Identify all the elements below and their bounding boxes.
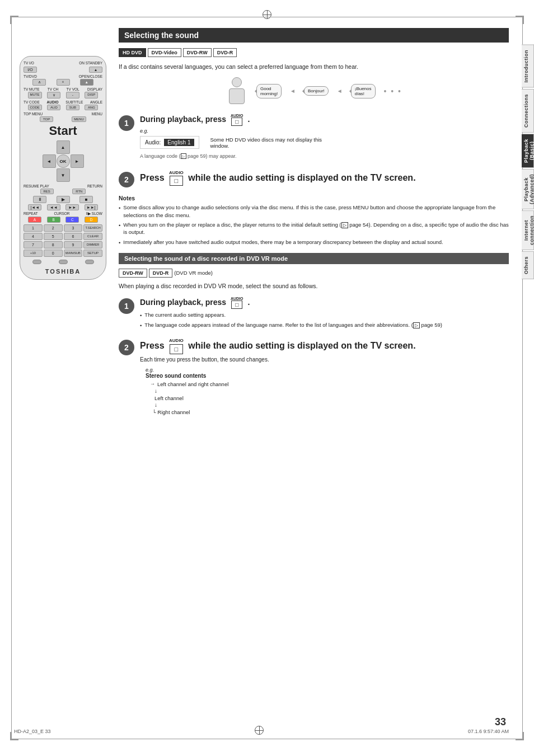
audio-label-eg: Audio: — [145, 139, 161, 145]
return-btn[interactable]: RTN — [72, 189, 86, 194]
bubble-divider: ◄ — [290, 88, 296, 94]
flow-text-2: Left channel — [154, 395, 184, 401]
c-btn[interactable]: C — [65, 217, 79, 223]
ref-arrow-1: ▷ — [181, 153, 186, 159]
display-btn[interactable]: DISP — [85, 92, 98, 98]
tv-dvd-label: TV/DVD — [24, 74, 37, 78]
pause-btn[interactable]: ⏸ — [33, 196, 46, 203]
setup-btn[interactable]: SETUP — [83, 250, 102, 257]
eg-label-1: e.g. — [140, 128, 199, 134]
note-window: Some HD DVD video discs may not display … — [210, 137, 322, 149]
footer-right: 07.1.6 9:57:40 AM — [468, 729, 509, 734]
page-footer: HD-A2_03_E 33 07.1.6 9:57:40 AM — [14, 726, 509, 736]
num-7[interactable]: 7 — [24, 241, 43, 248]
top-menu-label: TOP MENU — [24, 112, 43, 116]
s2-step1-audio-btn: AUDIO □ — [231, 297, 243, 309]
tv-power-btn[interactable]: I/O — [24, 67, 37, 73]
num-0[interactable]: 0 — [44, 250, 63, 257]
circle-btn-1[interactable] — [32, 260, 41, 264]
note-text-2: When you turn on the player or replace a… — [123, 221, 509, 236]
s2-step1-text-before: During playback, press — [140, 297, 226, 306]
prev-btn[interactable]: |◄◄ — [28, 204, 41, 210]
rew-btn[interactable]: ◄◄ — [47, 204, 60, 210]
section2-intro: When playing a disc recorded in DVD VR m… — [119, 282, 509, 291]
num-5[interactable]: 5 — [44, 233, 63, 240]
vol-minus-btn[interactable]: - — [66, 92, 79, 98]
sidebar-tab-introduction[interactable]: Introduction — [522, 45, 534, 88]
page-border-bottom — [11, 739, 523, 739]
bubble-2: Bonjour! — [304, 86, 329, 96]
lang-illustration: Goodmorning! ◄ Bonjour! ◄ ¡Buenosdías! •… — [119, 77, 509, 105]
bullet-dot-1: • — [119, 204, 120, 219]
circle-btn-3[interactable] — [85, 260, 94, 264]
audio-btn-remote[interactable]: AUD — [47, 105, 60, 110]
num-9[interactable]: 9 — [64, 241, 83, 248]
sidebar-tab-connections[interactable]: Connections — [522, 89, 534, 133]
mainsub-btn[interactable]: MAIN/SUB — [64, 250, 83, 257]
section2-step1: 1 During playback, press AUDIO □ . • The… — [119, 297, 509, 332]
dpad-right[interactable]: ► — [71, 154, 84, 168]
note-1: • Some discs allow you to change audio s… — [119, 204, 509, 219]
vol-plus-btn[interactable]: + — [57, 79, 70, 86]
corner-tr — [516, 16, 524, 24]
page-border-left — [11, 17, 12, 739]
a-btn[interactable]: A — [28, 217, 41, 223]
dpad-up[interactable]: ▲ — [57, 140, 70, 154]
dpad-down[interactable]: ▼ — [57, 168, 70, 182]
badge-dvdrw: DVD-RW — [183, 48, 212, 57]
audio-label: AUDIO — [47, 100, 59, 104]
fwd-btn[interactable]: ►► — [65, 204, 79, 210]
clear-btn[interactable]: CLEAR — [83, 233, 102, 240]
eject-btn[interactable]: ▲ — [80, 79, 93, 86]
display-label: DISPLAY — [87, 87, 102, 91]
subtitle-label: SUBTITLE — [65, 100, 83, 104]
sidebar-tab-internet[interactable]: Internetconnection — [522, 210, 534, 250]
cursor-label: CURSOR — [54, 212, 69, 216]
dpad-ok[interactable]: OK — [57, 154, 70, 168]
num-2[interactable]: 2 — [44, 224, 63, 232]
s2-note-a: • The current audio setting appears. — [140, 311, 509, 319]
menu-btn[interactable]: MENU — [72, 116, 86, 122]
s2-note-b: • The language code appears instead of t… — [140, 321, 509, 329]
dimmer-btn[interactable]: DIMMER — [83, 241, 102, 248]
resume-btn[interactable]: RES — [40, 189, 54, 194]
step2-circle: 2 — [119, 172, 134, 187]
slow-label: II▶ SLOW — [86, 212, 102, 216]
mute-btn[interactable]: MUTE — [28, 92, 42, 98]
sidebar-tab-others[interactable]: Others — [522, 251, 534, 279]
vol-up-btn[interactable]: ∧ — [32, 79, 46, 86]
circle-btn-2[interactable] — [59, 260, 68, 264]
flow-text-3: └ Right channel — [152, 409, 190, 415]
plus10-btn[interactable]: +10 — [24, 250, 43, 257]
tsearch-btn[interactable]: T.SEARCH — [83, 224, 102, 232]
s2-bullet-2: The language code appears instead of the… — [144, 321, 442, 329]
num-1[interactable]: 1 — [24, 224, 43, 232]
next-btn[interactable]: ►►| — [85, 204, 98, 210]
return-label: RETURN — [87, 184, 102, 188]
num-8[interactable]: 8 — [44, 241, 63, 248]
s2-bullet-1: The current audio setting appears. — [144, 311, 226, 319]
sidebar-tab-playback-basic[interactable]: Playback(Basic) — [522, 134, 534, 168]
s2-step2-press: Press — [140, 341, 165, 350]
tv-code-btn[interactable]: CODE — [28, 105, 42, 110]
ch-down-btn[interactable]: ∨ — [47, 92, 60, 98]
b-btn[interactable]: B — [47, 217, 60, 223]
stop-btn[interactable]: ■ — [79, 196, 93, 203]
person-head — [232, 77, 242, 87]
sidebar-tab-playback-advanced[interactable]: Playback(Advanced) — [522, 169, 534, 209]
badge-dvdr-2: DVD-R — [149, 269, 173, 278]
num-6[interactable]: 6 — [64, 233, 83, 240]
step1-circle: 1 — [119, 115, 134, 131]
d-btn[interactable]: D — [85, 217, 98, 223]
num-4[interactable]: 4 — [24, 233, 43, 240]
play-btn[interactable]: ▶ — [57, 196, 70, 203]
open-close-btn[interactable]: ▲ — [89, 67, 102, 73]
flow-down-2: ↓ — [154, 402, 509, 408]
num-3[interactable]: 3 — [64, 224, 83, 232]
top-menu-btn[interactable]: TOP — [40, 116, 53, 122]
dpad-left[interactable]: ◄ — [43, 154, 56, 168]
angle-btn[interactable]: ANG — [85, 105, 98, 110]
brand-label: TOSHIBA — [24, 268, 102, 275]
stereo-title: Stereo sound contents — [146, 373, 509, 379]
subtitle-btn[interactable]: SUB — [66, 105, 79, 110]
